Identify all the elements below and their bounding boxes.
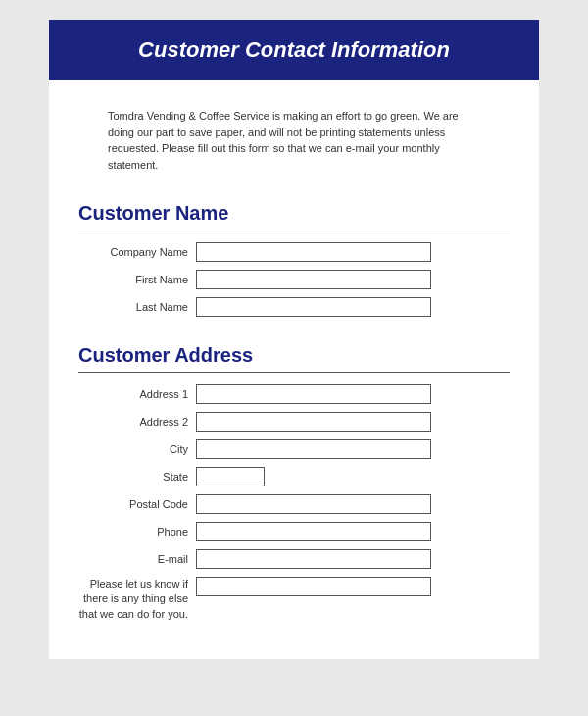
email-label: E-mail — [78, 553, 196, 565]
company-name-input[interactable] — [196, 242, 431, 262]
city-input[interactable] — [196, 439, 431, 459]
address2-row: Address 2 — [78, 412, 510, 432]
customer-name-section: Customer Name Company Name First Name La… — [49, 182, 539, 317]
address2-label: Address 2 — [78, 416, 196, 428]
first-name-row: First Name — [78, 270, 510, 289]
intro-section: Tomdra Vending & Coffee Service is makin… — [49, 80, 539, 182]
customer-address-heading: Customer Address — [78, 344, 510, 367]
company-name-row: Company Name — [78, 242, 510, 262]
company-name-label: Company Name — [78, 246, 196, 258]
city-row: City — [78, 439, 510, 459]
notes-label: Please let us know if there is any thing… — [78, 577, 196, 622]
last-name-label: Last Name — [78, 301, 196, 313]
address-divider — [78, 372, 510, 373]
page-container: Customer Contact Information Tomdra Vend… — [49, 20, 539, 659]
phone-row: Phone — [78, 522, 510, 541]
last-name-row: Last Name — [78, 297, 510, 317]
notes-row: Please let us know if there is any thing… — [78, 577, 510, 622]
postal-code-row: Postal Code — [78, 494, 510, 514]
address1-input[interactable] — [196, 384, 431, 404]
page-header: Customer Contact Information — [49, 20, 539, 80]
notes-input[interactable] — [196, 577, 431, 596]
email-input[interactable] — [196, 549, 431, 569]
postal-code-label: Postal Code — [78, 498, 196, 510]
address1-row: Address 1 — [78, 384, 510, 404]
first-name-label: First Name — [78, 274, 196, 285]
state-input[interactable] — [196, 467, 265, 486]
address1-label: Address 1 — [78, 388, 196, 400]
first-name-input[interactable] — [196, 270, 431, 289]
phone-label: Phone — [78, 526, 196, 537]
email-row: E-mail — [78, 549, 510, 569]
page-title: Customer Contact Information — [69, 37, 519, 63]
customer-address-section: Customer Address Address 1 Address 2 Cit… — [49, 325, 539, 622]
city-label: City — [78, 443, 196, 455]
customer-name-heading: Customer Name — [78, 202, 510, 225]
state-row: State — [78, 467, 510, 486]
last-name-input[interactable] — [196, 297, 431, 317]
address2-input[interactable] — [196, 412, 431, 432]
state-label: State — [78, 471, 196, 483]
intro-text: Tomdra Vending & Coffee Service is makin… — [78, 90, 510, 182]
name-divider — [78, 230, 510, 230]
phone-input[interactable] — [196, 522, 431, 541]
postal-code-input[interactable] — [196, 494, 431, 514]
